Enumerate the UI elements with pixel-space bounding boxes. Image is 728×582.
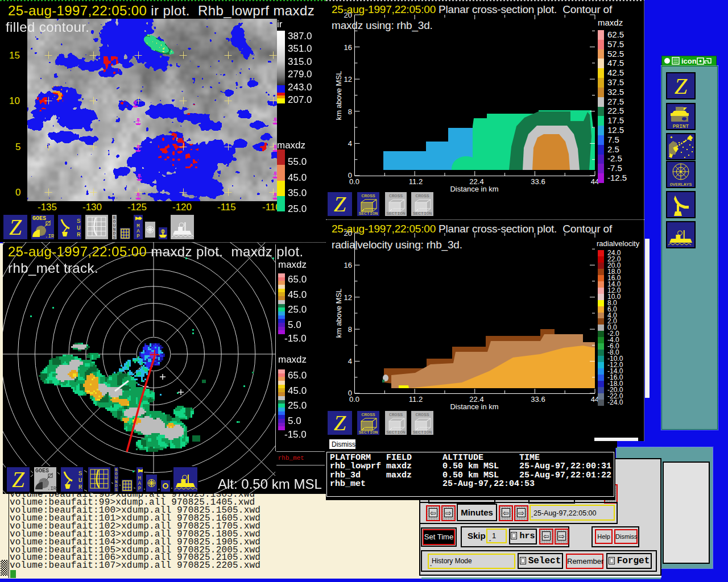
svg-text:CROSS: CROSS (361, 193, 375, 198)
svg-text:4: 4 (348, 139, 352, 148)
svg-text:20: 20 (344, 11, 352, 19)
svg-text:20: 20 (344, 229, 352, 238)
svg-text:S: S (77, 218, 81, 225)
svg-text:S: S (78, 470, 82, 477)
svg-text:PRINT: PRINT (673, 123, 689, 129)
svg-text:0.0: 0.0 (349, 395, 359, 404)
svg-text:CROSS: CROSS (389, 193, 403, 198)
svg-text:S: S (113, 235, 116, 239)
svg-text:.IR: .IR (45, 234, 54, 239)
svg-text:P: P (138, 486, 141, 492)
svg-text:km above MSL: km above MSL (334, 71, 343, 120)
svg-text:CROSS: CROSS (415, 412, 429, 417)
svg-text:GOES: GOES (32, 215, 46, 222)
svg-text:33.6: 33.6 (531, 395, 545, 404)
svg-text:Z: Z (334, 411, 346, 435)
svg-text:icon: icon (681, 57, 697, 65)
svg-text:OVERLAYS: OVERLAYS (670, 182, 692, 187)
svg-text:16: 16 (344, 43, 352, 52)
svg-text:8: 8 (348, 107, 352, 116)
svg-text:16: 16 (344, 261, 352, 269)
svg-text:Distance in km: Distance in km (450, 402, 498, 411)
svg-text:12: 12 (344, 75, 352, 84)
svg-text:CROSS: CROSS (361, 412, 375, 417)
svg-text:Z: Z (9, 215, 22, 239)
svg-text:0.0: 0.0 (349, 177, 359, 186)
svg-text:GOES: GOES (35, 468, 49, 474)
svg-text:P: P (136, 234, 139, 239)
svg-text:8: 8 (348, 325, 352, 334)
svg-text:Z: Z (334, 192, 346, 216)
svg-text:Z: Z (12, 467, 25, 492)
svg-text:CROSS: CROSS (415, 193, 429, 198)
svg-text:CROSS: CROSS (389, 412, 403, 417)
svg-text:4: 4 (348, 357, 352, 365)
svg-text:33.6: 33.6 (531, 177, 545, 186)
svg-text:U: U (77, 225, 81, 231)
svg-text:12: 12 (344, 293, 352, 302)
svg-text:11.2: 11.2 (409, 177, 423, 186)
svg-text:.IR: .IR (47, 486, 56, 492)
svg-text:U: U (78, 477, 82, 484)
svg-text:Z: Z (675, 73, 688, 98)
svg-text:11.2: 11.2 (409, 395, 423, 404)
svg-text:km above MSL: km above MSL (334, 289, 343, 338)
svg-text:R: R (77, 231, 81, 238)
svg-text:Distance in km: Distance in km (450, 185, 498, 193)
svg-text:R: R (78, 484, 82, 490)
svg-text:S: S (115, 488, 118, 492)
